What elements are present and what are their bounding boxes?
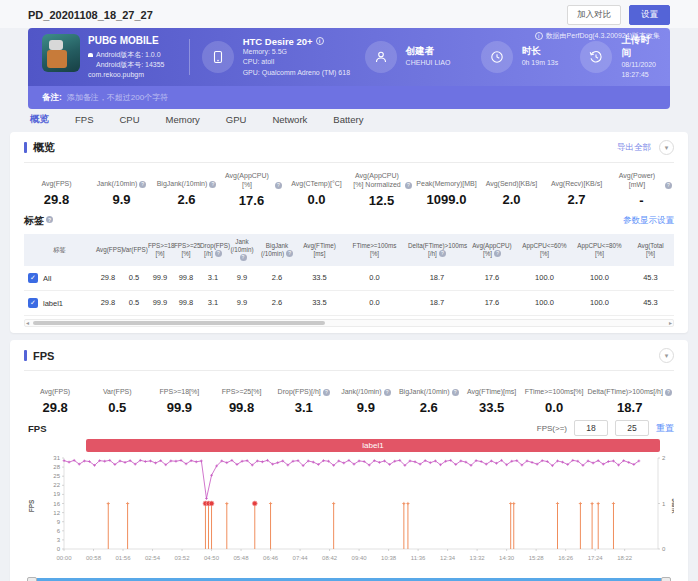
svg-text:FPS: FPS [28,499,35,512]
tab-CPU[interactable]: CPU [119,114,139,125]
metric-Drop(FPS)[/h]: Drop(FPS)[/h]?3.1 [273,380,335,415]
metric-value: 0.5 [88,400,146,415]
device-cpu: CPU: atoll [243,57,350,68]
cell-value: 100.0 [517,266,572,290]
help-icon[interactable]: ? [452,389,459,396]
tab-Network[interactable]: Network [272,114,307,125]
svg-text:Jank: Jank [671,499,674,514]
cell-value: 0.5 [121,291,147,315]
note-bar: 备注: 添加备注，不超过200个字符 [28,86,670,109]
metric-value: 9.9 [91,192,152,207]
help-icon[interactable]: ? [665,182,672,189]
datazoom-right-handle[interactable] [661,577,671,581]
overview-section-title: 概览 [33,140,55,155]
row-label: All [43,274,51,283]
overview-metrics-row: Avg(FPS)29.8Jank(/10min)?9.9BigJank(/10m… [24,172,674,208]
note-input[interactable]: 添加备注，不超过200个字符 [67,92,168,103]
metric-value: - [611,193,672,208]
fps-chart[interactable]: 312825221916129630FPS210Jank00:0000:5801… [24,454,674,572]
fps-threshold-input-2[interactable] [615,420,649,436]
help-icon[interactable]: ? [439,250,446,257]
help-icon[interactable]: ? [494,250,501,257]
help-icon[interactable]: ? [215,250,222,257]
add-compare-button[interactable]: 加入对比 [567,5,621,25]
help-icon[interactable]: ? [209,181,216,188]
banner-divider [189,39,190,75]
tab-GPU[interactable]: GPU [226,114,247,125]
collapse-fps-button[interactable]: ▾ [659,348,674,363]
tab-概览[interactable]: 概览 [30,113,49,126]
help-icon[interactable]: ? [46,216,53,223]
help-icon[interactable]: ? [665,389,672,396]
column-header-Avg(AppCPU): Avg(AppCPU)[%]? [467,234,517,267]
svg-text:15:28: 15:28 [529,555,545,561]
fps-threshold-input-1[interactable] [574,420,608,436]
cell-value: 99.9 [147,266,173,290]
tab-Memory[interactable]: Memory [166,114,200,125]
reset-button[interactable]: 重置 [656,422,674,435]
tab-FPS[interactable]: FPS [75,114,93,125]
scroll-right-arrow[interactable]: ▸ [669,319,672,326]
help-icon[interactable]: ? [139,181,146,188]
svg-text:0: 0 [662,546,666,552]
svg-text:19: 19 [53,491,60,497]
svg-text:14:30: 14:30 [499,555,515,561]
column-header-Avg(FTime): Avg(FTime)[ms] [297,234,342,267]
help-icon[interactable]: ? [240,254,247,261]
svg-text:2: 2 [662,455,666,461]
help-icon[interactable]: ? [286,250,293,257]
device-info-block: HTC Desire 20+ i Memory: 5.5G CPU: atoll… [202,36,353,79]
metric-FTime>=100ms[%]: FTime>=100ms[%]0.0 [523,380,586,415]
cell-value: 17.6 [467,266,517,290]
help-icon[interactable]: ? [323,389,330,396]
column-header-FPS>=18: FPS>=18[%] [147,234,173,267]
app-name: PUBG MOBILE [88,34,164,49]
metric-value: 2.7 [546,192,607,207]
label1-band[interactable]: label1 [86,439,660,452]
datazoom-left-handle[interactable] [27,577,37,581]
row-checkbox[interactable]: ✓ [28,298,38,308]
metric-Jank(/10min): Jank(/10min)?9.9 [335,380,397,415]
svg-text:0: 0 [57,546,61,552]
device-info-icon[interactable]: i [316,37,324,45]
svg-text:9: 9 [57,519,61,525]
metric-Avg(AppCPU)[%]: Avg(AppCPU)[%]?17.6 [219,172,284,208]
row-checkbox[interactable]: ✓ [28,273,38,283]
export-all-link[interactable]: 导出全部 [617,142,651,154]
top-bar: PD_20201108_18_27_27 加入对比 设置 [0,0,698,28]
session-header-banner: i 数据由PerfDog(4.3.200924)版本收集 PUBG MOBILE… [28,28,670,109]
svg-text:16: 16 [53,501,60,507]
app-version-name: Android版本名: 1.0.0 [96,50,161,60]
page-title: PD_20201108_18_27_27 [28,9,153,21]
android-icon [88,53,93,57]
help-icon[interactable]: ? [384,389,391,396]
device-memory: Memory: 5.5G [243,47,350,58]
tab-Battery[interactable]: Battery [333,114,363,125]
section-tabs: 概览FPSCPUMemoryGPUNetworkBattery [0,109,698,130]
param-display-settings-link[interactable]: 参数显示设置 [623,215,674,227]
metric-value: 99.8 [212,400,270,415]
cell-value: 29.8 [95,266,121,290]
cell-value: 0.0 [342,266,407,290]
metric-value: 12.5 [351,193,412,208]
cell-value: 45.3 [627,291,674,315]
column-header-Delta(FTime)>100ms: Delta(FTime)>100ms[/h]? [407,234,467,267]
column-header-Avg(Total: Avg(Total[%] [627,234,674,267]
help-icon[interactable]: ? [275,182,282,189]
column-header-Var(FPS): Var(FPS) [121,234,147,267]
table-scrollbar-thumb[interactable] [33,321,325,325]
metric-value: 18.7 [588,400,672,415]
cell-value: 100.0 [517,291,572,315]
column-header-Avg(FPS): Avg(FPS) [95,234,121,267]
settings-button[interactable]: 设置 [629,5,670,25]
cell-value: 100.0 [572,291,627,315]
svg-text:17:24: 17:24 [588,555,604,561]
app-version-code: Android版本号: 14355 [96,60,164,70]
scroll-left-arrow[interactable]: ◂ [26,319,29,326]
svg-text:18:22: 18:22 [617,555,633,561]
help-icon[interactable]: ? [405,182,412,189]
upload-time-value: 08/11/2020 18:27:45 [621,60,656,81]
svg-text:10:38: 10:38 [381,555,397,561]
collapse-overview-button[interactable]: ▾ [659,140,674,155]
metric-Delta(FTime)>100ms[/h]: Delta(FTime)>100ms[/h]?18.7 [586,380,674,415]
